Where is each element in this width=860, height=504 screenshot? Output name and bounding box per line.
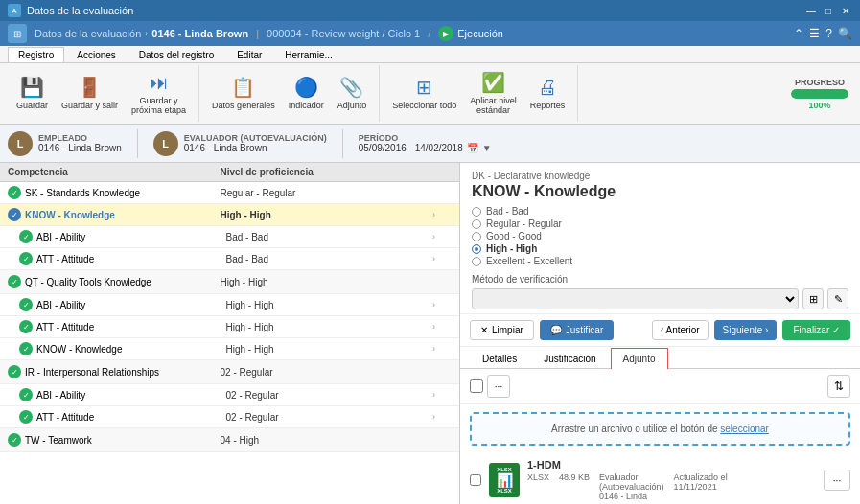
table-row-group[interactable]: ✓ QT - Quality Tools Knowledge High - Hi… (0, 270, 459, 294)
comp-name: ✓ TW - Teamwork (8, 433, 221, 447)
employee-label: EMPLEADO (38, 133, 122, 143)
attach-checkbox[interactable] (470, 379, 483, 393)
radio-input-regular[interactable] (472, 219, 481, 229)
table-row[interactable]: ✓ ATT - Attitude Bad - Bad › (0, 248, 459, 270)
file-icon: 📊 XLSX (489, 463, 520, 497)
col-nivel: Nivel de proficiencia (221, 167, 433, 177)
maximize-button[interactable]: □ (822, 4, 835, 17)
save-exit-label: Guardar y salir (61, 102, 118, 111)
datos-label: Datos generales (212, 102, 275, 111)
sort-button[interactable]: ⇅ (827, 375, 850, 398)
check-icon: ✓ (19, 252, 33, 265)
tab-detalles[interactable]: Detalles (470, 348, 529, 369)
radio-good[interactable]: Good - Good (472, 231, 848, 241)
tab-editar[interactable]: Editar (226, 47, 272, 62)
radio-bad[interactable]: Bad - Bad (472, 206, 848, 217)
save-icon: 💾 (20, 76, 44, 99)
progress-fill (791, 89, 848, 99)
comp-name: ✓ IR - Interpersonal Relationships (8, 365, 221, 378)
adjunto-button[interactable]: 📎 Adjunto (331, 71, 374, 116)
minimize-button[interactable]: — (804, 4, 818, 17)
save-button[interactable]: 💾 Guardar (10, 71, 55, 116)
save-next-label: Guardar y próxima etapa (131, 97, 186, 116)
method-dropdown[interactable] (472, 288, 799, 309)
table-row[interactable]: ✓ ABI - Ability 02 - Regular › (0, 384, 459, 406)
titlebar-controls[interactable]: — □ ✕ (804, 4, 852, 17)
evaluator-avatar: L (153, 131, 178, 156)
justify-icon: 💬 (550, 325, 562, 335)
comp-name: ✓ KNOW - Knowledge (8, 208, 221, 221)
help-icon[interactable]: ? (825, 27, 832, 40)
titlebar-title: Datos de la evaluación (27, 5, 133, 16)
radio-regular[interactable]: Regular - Regular (472, 218, 848, 229)
tab-acciones[interactable]: Acciones (66, 47, 127, 62)
app-icon: A (8, 4, 21, 17)
file-meta: XLSX 48.9 KB Evaluador (Autoevaluación) … (527, 472, 816, 501)
collapse-icon[interactable]: ⌃ (794, 27, 803, 40)
save-next-button[interactable]: ⏭ Guardar y próxima etapa (125, 67, 193, 121)
close-button[interactable]: ✕ (839, 4, 852, 17)
expand-icon[interactable]: ▼ (482, 143, 492, 153)
list-icon[interactable]: ☰ (809, 27, 820, 40)
comp-level: High - High (221, 277, 433, 287)
radio-input-high[interactable] (472, 244, 481, 254)
progress-container: PROGRESO 100% (791, 78, 848, 110)
save-next-icon: ⏭ (150, 72, 169, 94)
radio-input-good[interactable] (472, 232, 481, 241)
file-checkbox[interactable] (470, 474, 481, 486)
calendar-icon[interactable]: 📅 (467, 143, 478, 153)
drop-text: Arrastre un archivo (551, 424, 632, 434)
attach-more-btn[interactable]: ··· (487, 375, 510, 398)
table-row[interactable]: ✓ ABI - Ability High - High › (0, 294, 459, 316)
tab-registro[interactable]: Registro (8, 47, 64, 62)
file-more-button[interactable]: ··· (824, 470, 850, 491)
table-row[interactable]: ✓ ATT - Attitude High - High › (0, 316, 459, 338)
titlebar-left: A Datos de la evaluación (8, 4, 133, 17)
justify-button[interactable]: 💬 Justificar (540, 320, 614, 340)
clear-label: Limpiar (492, 325, 523, 335)
progress-label: PROGRESO (795, 78, 845, 87)
radio-high[interactable]: High - High (472, 243, 848, 254)
select-all-button[interactable]: ⊞ Seleccionar todo (385, 71, 463, 116)
drop-link[interactable]: seleccionar (720, 424, 769, 434)
save-label: Guardar (16, 102, 48, 111)
table-row[interactable]: ✓ SK - Standards Knowledge Regular - Reg… (0, 182, 459, 204)
tab-adjunto[interactable]: Adjunto (611, 348, 668, 369)
radio-input-bad[interactable] (472, 207, 481, 217)
save-exit-icon: 🚪 (78, 76, 102, 99)
search-icon[interactable]: 🔍 (838, 27, 852, 40)
reports-icon: 🖨 (538, 77, 557, 99)
period-dates: 05/09/2016 - 14/02/2018 (359, 143, 463, 153)
table-row[interactable]: ✓ ABI - Ability Bad - Bad › (0, 226, 459, 248)
radio-excellent[interactable]: Excellent - Excellent (472, 256, 848, 266)
table-row[interactable]: ✓ ATT - Attitude 02 - Regular › (0, 406, 459, 428)
datos-generales-button[interactable]: 📋 Datos generales (205, 71, 282, 116)
indicador-button[interactable]: 🔵 Indicador (282, 71, 331, 116)
finish-button[interactable]: Finalizar ✓ (782, 320, 850, 340)
method-icon-btn-1[interactable]: ⊞ (802, 288, 824, 309)
check-icon: ✓ (8, 365, 21, 378)
next-button[interactable]: Siguiente › (714, 320, 778, 340)
breadcrumb-review[interactable]: 000004 - Review weight / Ciclo 1 (267, 28, 420, 39)
table-row-group[interactable]: ✓ TW - Teamwork 04 - High (0, 428, 459, 452)
tab-herramie[interactable]: Herramie... (274, 47, 342, 62)
navbar-icons[interactable]: ⌃ ☰ ? 🔍 (794, 27, 852, 40)
apply-standard-button[interactable]: ✅ Aplicar nivel estándar (463, 66, 523, 121)
breadcrumb-evaluacion[interactable]: Datos de la evaluación (35, 28, 141, 39)
table-row-selected[interactable]: ✓ KNOW - Knowledge High - High › (0, 204, 459, 226)
indicador-label: Indicador (289, 102, 324, 111)
attachment-area: ··· ⇅ Arrastre un archivo o utilice el b… (460, 369, 860, 504)
reports-button[interactable]: 🖨 Reportes (523, 72, 572, 116)
tab-datos-registro[interactable]: Datos del registro (128, 47, 224, 62)
tab-justificacion[interactable]: Justificación (531, 348, 608, 369)
apply-icon: ✅ (481, 71, 505, 94)
prev-button[interactable]: ‹ Anterior (652, 320, 709, 340)
comp-level: Bad - Bad (226, 254, 433, 264)
comp-level: High - High (226, 344, 433, 355)
radio-input-excellent[interactable] (472, 257, 481, 266)
table-row-group[interactable]: ✓ IR - Interpersonal Relationships 02 - … (0, 360, 459, 384)
clear-button[interactable]: ✕ Limpiar (470, 320, 534, 340)
method-icon-btn-2[interactable]: ✎ (827, 288, 848, 309)
save-exit-button[interactable]: 🚪 Guardar y salir (55, 71, 125, 116)
table-row[interactable]: ✓ KNOW - Knowledge High - High › (0, 338, 459, 360)
